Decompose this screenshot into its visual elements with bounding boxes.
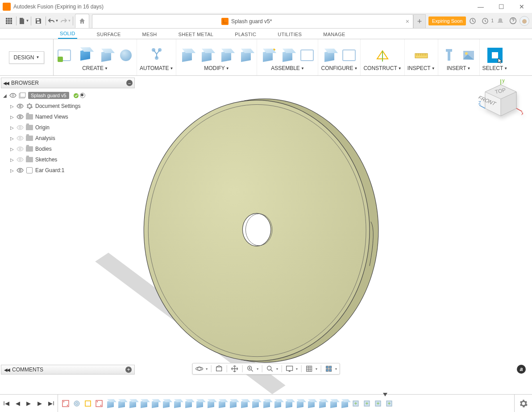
notifications-icon[interactable]	[495, 15, 506, 27]
timeline-feature[interactable]	[139, 399, 149, 408]
timeline-next-button[interactable]: ▶	[37, 400, 42, 407]
configure-change-params-button[interactable]	[321, 47, 337, 63]
automate-button[interactable]	[147, 45, 166, 63]
timeline-feature[interactable]	[306, 399, 316, 408]
timeline-feature[interactable]	[150, 399, 160, 408]
workspace-tab-plastic[interactable]: PLASTIC	[233, 30, 258, 39]
workspace-tab-utilities[interactable]: UTILITIES	[276, 30, 303, 39]
assemble-joint-button[interactable]	[279, 47, 295, 63]
viewport[interactable]: TOP FRONT x y z ◀◀ BROWSER – ◢	[0, 76, 532, 394]
timeline-feature[interactable]: +	[384, 399, 394, 408]
timeline-feature[interactable]	[228, 399, 238, 408]
expand-icon[interactable]: ◢	[3, 93, 7, 98]
timeline-feature[interactable]	[295, 399, 305, 408]
assemble-bom-button[interactable]	[299, 47, 315, 63]
home-tab-button[interactable]	[75, 14, 89, 28]
workspace-tab-surface[interactable]: SURFACE	[95, 30, 123, 39]
timeline-feature[interactable]	[284, 399, 294, 408]
activate-radio-icon[interactable]	[80, 93, 85, 98]
timeline-start-button[interactable]: I◀	[3, 400, 9, 407]
timeline-feature[interactable]	[273, 399, 283, 408]
timeline-feature[interactable]	[161, 399, 171, 408]
expand-icon[interactable]: ▷	[10, 136, 14, 141]
visibility-icon[interactable]	[9, 93, 17, 98]
document-tab[interactable]: Splash guard v5* ×	[92, 14, 413, 28]
expand-icon[interactable]: ▷	[10, 125, 14, 130]
timeline-feature[interactable]	[340, 399, 349, 408]
construct-plane-button[interactable]	[374, 47, 391, 63]
timeline-feature[interactable]	[183, 399, 193, 408]
browser-item[interactable]: ▷Named Views	[3, 111, 135, 122]
select-button[interactable]	[487, 47, 503, 63]
timeline-feature[interactable]	[317, 399, 327, 408]
timeline-feature[interactable]: +	[362, 399, 372, 408]
expand-icon[interactable]: ▷	[10, 168, 14, 173]
timeline-track[interactable]: ++++	[58, 395, 514, 412]
timeline-play-button[interactable]: ▶	[26, 400, 31, 407]
insert-fastener-button[interactable]	[441, 47, 457, 63]
browser-root-row[interactable]: ◢ Splash guard v5	[3, 90, 135, 101]
visibility-icon[interactable]	[17, 136, 24, 141]
configure-table-button[interactable]	[341, 47, 357, 63]
timeline-prev-button[interactable]: ◀	[16, 400, 20, 407]
redo-button[interactable]: ▼	[59, 15, 72, 27]
expand-icon[interactable]: ▷	[10, 157, 14, 162]
insert-decal-button[interactable]	[461, 47, 477, 63]
assemble-component-button[interactable]: ✦	[260, 47, 276, 63]
browser-item[interactable]: ▷Origin	[3, 122, 135, 133]
close-document-button[interactable]: ×	[406, 18, 409, 25]
workspace-switcher[interactable]: DESIGN▼	[0, 39, 54, 75]
save-button[interactable]	[32, 15, 45, 27]
browser-header[interactable]: ◀◀ BROWSER –	[1, 78, 135, 88]
comments-panel[interactable]: ◀◀ COMMENTS +	[1, 365, 135, 375]
orbit-button[interactable]	[195, 364, 204, 374]
window-minimize-button[interactable]: —	[470, 0, 491, 13]
workspace-tab-sheet-metal[interactable]: SHEET METAL	[177, 30, 216, 39]
timeline-feature[interactable]	[72, 399, 82, 408]
timeline-feature[interactable]: +	[373, 399, 383, 408]
visibility-icon[interactable]	[17, 114, 24, 119]
pan-button[interactable]	[230, 364, 240, 374]
timeline-feature[interactable]	[116, 399, 126, 408]
window-maximize-button[interactable]: ☐	[491, 0, 511, 13]
timeline-end-button[interactable]: ▶I	[48, 400, 54, 407]
create-revolve-button[interactable]	[98, 47, 114, 63]
zoom-button[interactable]	[245, 364, 255, 374]
user-avatar-icon[interactable]	[520, 16, 529, 26]
timeline-feature[interactable]	[105, 399, 115, 408]
grid-settings-button[interactable]	[304, 364, 314, 374]
data-panel-button[interactable]	[3, 15, 15, 27]
browser-minimize-icon[interactable]: –	[126, 80, 133, 86]
modify-shell-button[interactable]	[218, 47, 234, 63]
comments-collapse-icon[interactable]: ◀◀	[4, 367, 9, 372]
timeline-feature[interactable]	[61, 399, 71, 408]
fit-button[interactable]	[265, 364, 275, 374]
timeline-feature[interactable]	[262, 399, 271, 408]
timeline-feature[interactable]	[94, 399, 104, 408]
workspace-tab-solid[interactable]: SOLID	[58, 29, 77, 39]
look-at-button[interactable]	[214, 364, 224, 374]
visibility-icon[interactable]	[17, 157, 24, 162]
file-menu-button[interactable]: ▼	[17, 15, 30, 27]
expiring-badge[interactable]: Expiring Soon	[428, 16, 466, 25]
extensions-icon[interactable]	[467, 15, 478, 27]
new-tab-button[interactable]: +	[413, 14, 426, 28]
create-sphere-button[interactable]	[118, 47, 134, 63]
visibility-icon[interactable]	[17, 168, 24, 173]
timeline-feature[interactable]	[128, 399, 137, 408]
browser-item[interactable]: ▷Analysis	[3, 133, 135, 144]
expand-icon[interactable]: ▷	[10, 147, 14, 152]
job-status-icon[interactable]	[479, 15, 491, 27]
visibility-icon[interactable]	[17, 146, 24, 152]
inspect-measure-button[interactable]	[413, 47, 429, 63]
undo-button[interactable]: ▼	[47, 15, 59, 27]
create-extrude-button[interactable]	[76, 45, 95, 63]
modify-combine-button[interactable]	[238, 47, 254, 63]
a360-icon[interactable]: a	[517, 365, 526, 374]
display-settings-button[interactable]	[285, 364, 295, 374]
timeline-feature[interactable]	[206, 399, 216, 408]
modify-press-pull-button[interactable]	[179, 47, 195, 63]
browser-collapse-icon[interactable]: ◀◀	[3, 81, 8, 86]
visibility-icon[interactable]	[17, 125, 24, 130]
view-cube[interactable]: TOP FRONT x y z	[478, 79, 523, 124]
